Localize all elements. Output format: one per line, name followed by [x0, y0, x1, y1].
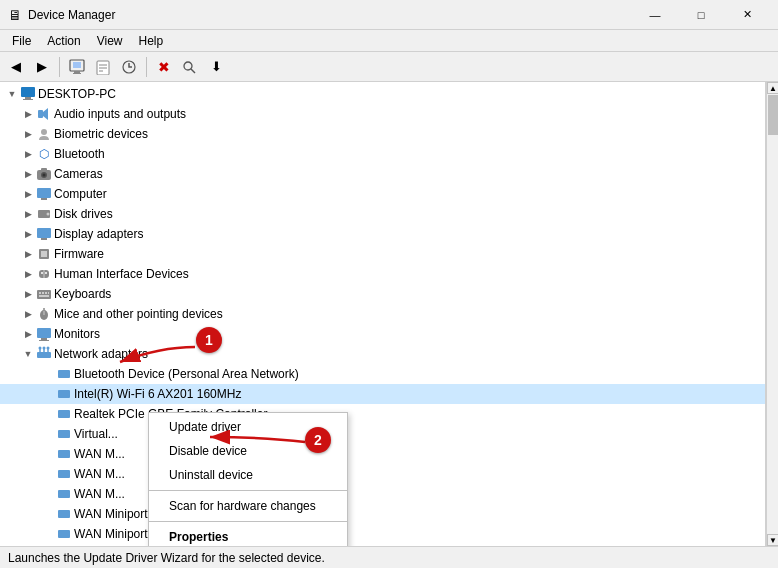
computer-icon2 — [36, 186, 52, 202]
keyboards-expander[interactable]: ▶ — [20, 286, 36, 302]
menu-file[interactable]: File — [4, 32, 39, 50]
tree-item-monitors[interactable]: ▶ Monitors — [0, 324, 765, 344]
keyboards-icon — [36, 286, 52, 302]
root-expander[interactable]: ▼ — [4, 86, 20, 102]
display-icon — [36, 226, 52, 242]
biometric-expander[interactable]: ▶ — [20, 126, 36, 142]
tree-item-network[interactable]: ▼ Network adapters — [0, 344, 765, 364]
monitors-expander[interactable]: ▶ — [20, 326, 36, 342]
svg-rect-26 — [41, 238, 47, 240]
update-driver-button[interactable] — [117, 55, 141, 79]
device-manager-button[interactable] — [65, 55, 89, 79]
uninstall-button[interactable]: ✖ — [152, 55, 176, 79]
tree-item-mice[interactable]: ▶ Mice and other pointing devices — [0, 304, 765, 324]
properties-button[interactable] — [91, 55, 115, 79]
hid-label: Human Interface Devices — [54, 267, 189, 281]
firmware-expander[interactable]: ▶ — [20, 246, 36, 262]
svg-rect-57 — [58, 470, 70, 478]
context-scan-hardware[interactable]: Scan for hardware changes — [149, 494, 347, 518]
scroll-thumb[interactable] — [768, 95, 778, 135]
pptp-icon — [56, 526, 72, 542]
svg-rect-1 — [73, 62, 81, 68]
menu-help[interactable]: Help — [131, 32, 172, 50]
bluetooth-expander[interactable]: ▶ — [20, 146, 36, 162]
svg-rect-37 — [48, 292, 49, 294]
add-legacy-button[interactable]: ⬇ — [204, 55, 228, 79]
display-expander[interactable]: ▶ — [20, 226, 36, 242]
hid-icon — [36, 266, 52, 282]
device-tree[interactable]: ▼ DESKTOP-PC ▶ Audio inputs and outputs … — [0, 82, 766, 546]
menu-view[interactable]: View — [89, 32, 131, 50]
scan-button[interactable] — [178, 55, 202, 79]
title-bar-text: Device Manager — [28, 8, 632, 22]
tree-item-bt-pan[interactable]: ▶ Bluetooth Device (Personal Area Networ… — [0, 364, 765, 384]
tree-item-pptp[interactable]: ▶ WAN Miniport (PPTP) — [0, 524, 765, 544]
tree-item-biometric[interactable]: ▶ Biometric devices — [0, 124, 765, 144]
disk-expander[interactable]: ▶ — [20, 206, 36, 222]
svg-rect-28 — [41, 251, 47, 257]
disk-label: Disk drives — [54, 207, 113, 221]
svg-rect-11 — [21, 87, 35, 97]
svg-rect-13 — [23, 99, 33, 100]
tree-item-disk[interactable]: ▶ Disk drives — [0, 204, 765, 224]
minimize-button[interactable]: — — [632, 0, 678, 30]
toolbar: ◀ ▶ ✖ ⬇ — [0, 52, 778, 82]
context-uninstall-device[interactable]: Uninstall device — [149, 463, 347, 487]
context-properties[interactable]: Properties — [149, 525, 347, 546]
tree-item-firmware[interactable]: ▶ Firmware — [0, 244, 765, 264]
audio-expander[interactable]: ▶ — [20, 106, 36, 122]
close-button[interactable]: ✕ — [724, 0, 770, 30]
bluetooth-label: Bluetooth — [54, 147, 105, 161]
tree-item-computer[interactable]: ▶ Computer — [0, 184, 765, 204]
tree-item-sstp[interactable]: ▶ WAN Miniport (SSTP) — [0, 544, 765, 546]
tree-item-wan1[interactable]: ▶ WAN M... — [0, 444, 765, 464]
scroll-down-button[interactable]: ▼ — [767, 534, 778, 546]
tree-root[interactable]: ▼ DESKTOP-PC — [0, 84, 765, 104]
annotation-1: 1 — [196, 327, 222, 353]
virtual-icon — [56, 426, 72, 442]
svg-rect-60 — [58, 530, 70, 538]
tree-item-wifi[interactable]: ▶ Intel(R) Wi-Fi 6 AX201 160MHz — [0, 384, 765, 404]
back-button[interactable]: ◀ — [4, 55, 28, 79]
computer-icon — [20, 86, 36, 102]
network-expander[interactable]: ▼ — [20, 346, 36, 362]
tree-item-hid[interactable]: ▶ Human Interface Devices — [0, 264, 765, 284]
svg-point-32 — [45, 272, 47, 274]
svg-rect-21 — [37, 188, 51, 198]
computer-label: Computer — [54, 187, 107, 201]
forward-button[interactable]: ▶ — [30, 55, 54, 79]
svg-rect-38 — [39, 295, 49, 297]
tree-item-wan3[interactable]: ▶ WAN M... — [0, 484, 765, 504]
hid-expander[interactable]: ▶ — [20, 266, 36, 282]
svg-point-16 — [41, 129, 47, 135]
tree-item-realtek[interactable]: ▶ Realtek PCIe GBE Family Controller — [0, 404, 765, 424]
title-bar-controls: — □ ✕ — [632, 0, 770, 30]
tree-item-virtual[interactable]: ▶ Virtual... — [0, 424, 765, 444]
wan2-label: WAN M... — [74, 467, 125, 481]
scroll-up-button[interactable]: ▲ — [767, 82, 778, 94]
wifi-label: Intel(R) Wi-Fi 6 AX201 160MHz — [74, 387, 241, 401]
maximize-button[interactable]: □ — [678, 0, 724, 30]
menu-action[interactable]: Action — [39, 32, 88, 50]
tree-item-wan2[interactable]: ▶ WAN M... — [0, 464, 765, 484]
status-text: Launches the Update Driver Wizard for th… — [8, 551, 325, 565]
mice-expander[interactable]: ▶ — [20, 306, 36, 322]
tree-item-display[interactable]: ▶ Display adapters — [0, 224, 765, 244]
svg-rect-33 — [37, 290, 51, 299]
status-bar: Launches the Update Driver Wizard for th… — [0, 546, 778, 568]
cameras-expander[interactable]: ▶ — [20, 166, 36, 182]
tree-item-audio[interactable]: ▶ Audio inputs and outputs — [0, 104, 765, 124]
right-scrollbar[interactable]: ▲ ▼ — [766, 82, 778, 546]
cameras-label: Cameras — [54, 167, 103, 181]
svg-point-19 — [43, 174, 46, 177]
computer-expander[interactable]: ▶ — [20, 186, 36, 202]
tree-item-cameras[interactable]: ▶ Cameras — [0, 164, 765, 184]
annotation-2: 2 — [305, 427, 331, 453]
network-icon — [36, 346, 52, 362]
svg-point-31 — [41, 272, 43, 274]
tree-item-keyboards[interactable]: ▶ Keyboards — [0, 284, 765, 304]
svg-rect-44 — [39, 340, 49, 341]
tree-item-pppoe[interactable]: ▶ WAN Miniport (PPPOE) — [0, 504, 765, 524]
tree-item-bluetooth[interactable]: ▶ ⬡ Bluetooth — [0, 144, 765, 164]
scroll-track[interactable] — [767, 94, 778, 534]
